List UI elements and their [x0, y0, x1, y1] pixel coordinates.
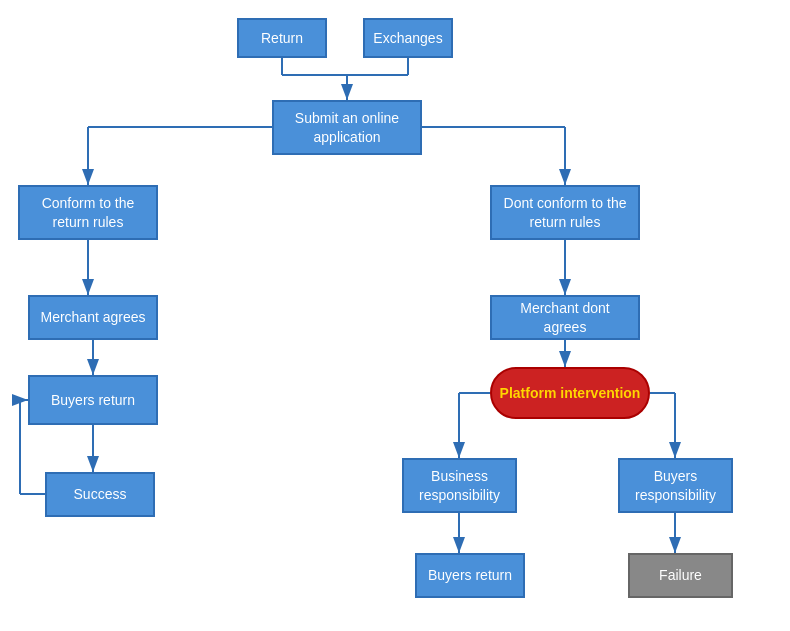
buyers-return-mid-box: Buyers return [415, 553, 525, 598]
flowchart-diagram: Return Exchanges Submit an online applic… [0, 0, 790, 631]
return-box: Return [237, 18, 327, 58]
submit-box: Submit an online application [272, 100, 422, 155]
business-responsibility-box: Business responsibility [402, 458, 517, 513]
conform-box: Conform to the return rules [18, 185, 158, 240]
success-box: Success [45, 472, 155, 517]
exchanges-box: Exchanges [363, 18, 453, 58]
buyers-return-left-box: Buyers return [28, 375, 158, 425]
platform-intervention-box: Platform intervention [490, 367, 650, 419]
merchant-agrees-box: Merchant agrees [28, 295, 158, 340]
dont-conform-box: Dont conform to the return rules [490, 185, 640, 240]
failure-box: Failure [628, 553, 733, 598]
merchant-dont-box: Merchant dont agrees [490, 295, 640, 340]
buyers-responsibility-box: Buyers responsibility [618, 458, 733, 513]
